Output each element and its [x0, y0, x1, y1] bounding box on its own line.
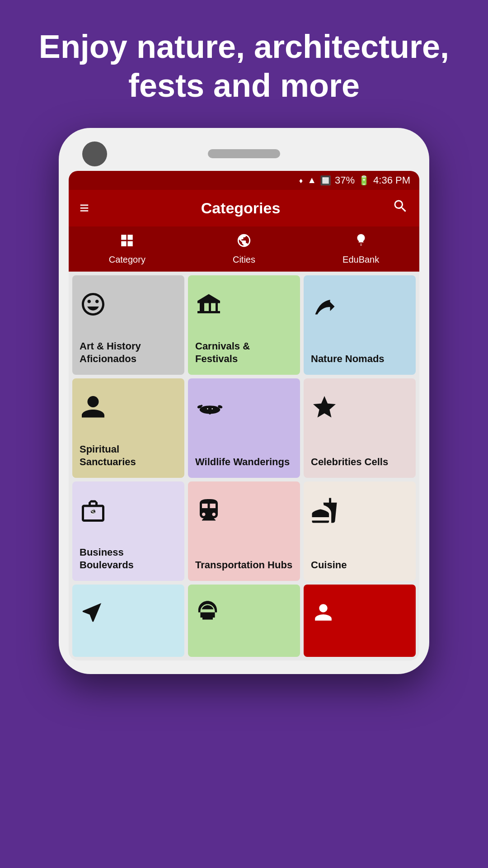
wifi-icon: ▲	[307, 175, 316, 185]
app-title: Categories	[201, 199, 281, 217]
cuisine-icon	[311, 492, 338, 530]
transportation-label: Transportation Hubs	[195, 559, 292, 572]
phone-notch	[69, 142, 419, 166]
card-nature[interactable]: Nature Nomads	[304, 275, 416, 375]
art-history-icon	[80, 286, 107, 324]
cities-tab-icon	[236, 233, 252, 252]
tab-cities-label: Cities	[233, 255, 255, 265]
card-person[interactable]	[304, 585, 416, 657]
wildlife-icon	[195, 389, 225, 423]
category-grid: Art & History Aficionados Carnivals & Fe…	[69, 272, 419, 660]
business-icon: $	[80, 492, 107, 530]
phone-screen: ⬧ ▲ 🔲 37% 🔋 4:36 PM ≡ Categories	[69, 171, 419, 660]
helmet-icon	[195, 595, 220, 631]
card-cuisine[interactable]: Cuisine	[304, 481, 416, 581]
edubank-tab-icon	[353, 233, 369, 252]
svg-point-7	[208, 410, 211, 414]
battery-percent: 37%	[335, 175, 355, 186]
tab-bar: Category Cities	[69, 226, 419, 272]
app-bar: ≡ Categories	[69, 190, 419, 226]
tab-category[interactable]: Category	[86, 233, 168, 265]
svg-point-8	[207, 408, 208, 410]
tab-edubank[interactable]: EduBank	[320, 233, 402, 265]
hero-text: Enjoy nature, architecture, fests and mo…	[0, 27, 488, 105]
card-carnivals[interactable]: Carnivals & Festivals	[188, 275, 300, 375]
celebrities-icon	[311, 389, 338, 427]
carnivals-icon	[195, 286, 222, 324]
tab-cities[interactable]: Cities	[203, 233, 285, 265]
business-label: Business Boulevards	[80, 546, 177, 572]
sim-icon: 🔲	[320, 175, 331, 186]
route-icon	[80, 595, 104, 631]
wildlife-label: Wildlife Wanderings	[195, 456, 290, 469]
card-route[interactable]	[72, 585, 184, 657]
spiritual-label: Spiritual Sanctuaries	[80, 443, 177, 469]
search-button[interactable]	[392, 198, 408, 218]
category-tab-icon	[119, 233, 135, 252]
nature-icon	[311, 286, 338, 324]
cuisine-label: Cuisine	[311, 559, 347, 572]
svg-text:$: $	[91, 507, 95, 515]
svg-point-9	[211, 408, 213, 410]
speaker	[208, 149, 280, 158]
signal-icon: ⬧	[298, 175, 304, 185]
nature-label: Nature Nomads	[311, 353, 385, 366]
transportation-icon	[195, 492, 222, 530]
tab-category-label: Category	[109, 255, 145, 265]
tab-edubank-label: EduBank	[343, 255, 379, 265]
camera	[82, 142, 107, 166]
phone-frame: ⬧ ▲ 🔲 37% 🔋 4:36 PM ≡ Categories	[59, 128, 429, 674]
svg-point-2	[206, 296, 211, 301]
art-history-label: Art & History Aficionados	[80, 340, 177, 366]
card-helmet[interactable]	[188, 585, 300, 657]
status-bar: ⬧ ▲ 🔲 37% 🔋 4:36 PM	[69, 171, 419, 190]
status-icons: ⬧ ▲ 🔲 37% 🔋 4:36 PM	[298, 175, 410, 186]
carnivals-label: Carnivals & Festivals	[195, 340, 293, 366]
svg-point-6	[201, 405, 202, 406]
person-icon	[311, 595, 336, 631]
menu-button[interactable]: ≡	[80, 198, 89, 217]
time: 4:36 PM	[373, 175, 410, 186]
spiritual-icon	[80, 389, 107, 427]
card-transportation[interactable]: Transportation Hubs	[188, 481, 300, 581]
card-wildlife[interactable]: Wildlife Wanderings	[188, 378, 300, 478]
battery-icon: 🔋	[358, 175, 370, 186]
card-celebrities[interactable]: Celebrities Cells	[304, 378, 416, 478]
celebrities-label: Celebrities Cells	[311, 456, 388, 469]
card-spiritual[interactable]: Spiritual Sanctuaries	[72, 378, 184, 478]
card-art-history[interactable]: Art & History Aficionados	[72, 275, 184, 375]
card-business[interactable]: $ Business Boulevards	[72, 481, 184, 581]
